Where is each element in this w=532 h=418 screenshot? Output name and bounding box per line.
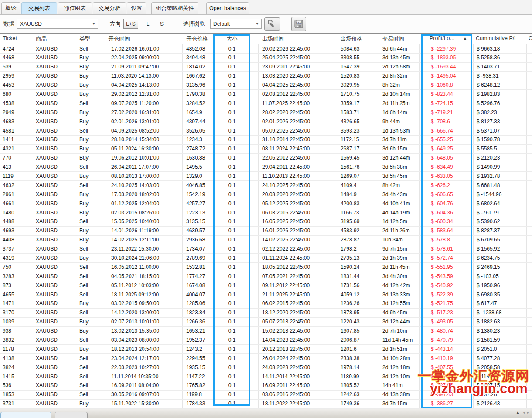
cell-ticket: 3824 <box>3 364 14 370</box>
cell-ticket: 750 <box>3 264 11 270</box>
cell-duration: 3d 6h 15m <box>382 146 407 152</box>
tab-trade-list[interactable]: 交易列表 <box>21 2 57 14</box>
cell-close-price: 1166.73 <box>341 210 359 216</box>
cell-ticket: 3170 <box>3 309 14 316</box>
cell-close-time: 06.02.2015 22:45:00 <box>262 300 310 306</box>
cell-cumulative: $ 1581.59 <box>477 337 500 343</box>
toolbar: 数据 XAUUSD ▼ 方向 L+S L S 选择浏览 Default ▼ <box>0 15 532 34</box>
column-header-symbol[interactable]: 商品 <box>36 35 47 43</box>
column-header-trade-time[interactable]: 交易时间 <box>382 35 404 43</box>
cell-symbol: XAUUSD <box>36 119 58 125</box>
symbol-select-value: XAUUSD <box>20 21 42 27</box>
cell-close-time: 26.04.2024 22:45:00 <box>262 355 310 361</box>
view-select[interactable]: Default ▼ <box>210 19 262 29</box>
cell-type: Sell <box>79 264 88 270</box>
cell-open-price: 4852.08 <box>186 46 205 52</box>
cell-close-time: 31.10.2014 22:45:00 <box>262 136 310 143</box>
cell-type: Sell <box>79 46 88 52</box>
cell-close-price: 1583.71 <box>341 109 359 116</box>
cell-close-time: 05.09.2025 22:45:00 <box>262 128 310 134</box>
direction-option-ls[interactable]: L+S <box>123 19 138 29</box>
tab-overview[interactable]: 概论 <box>1 2 20 14</box>
bottom-left-button-partial[interactable] <box>0 412 51 418</box>
cell-close-price: 1878.95 <box>341 309 359 316</box>
tab-trade-analysis[interactable]: 交易分析 <box>93 2 126 14</box>
cell-ticket: 4661 <box>3 201 14 207</box>
cell-close-price: 4326.65 <box>341 119 359 125</box>
settings-wrench-button[interactable] <box>264 17 280 31</box>
cell-symbol: XAUUSD <box>36 391 58 398</box>
cell-open-time: 13.02.2013 15:35:00 <box>111 328 159 334</box>
cell-ticket: 1178 <box>3 346 14 352</box>
cell-open-price: 1542.19 <box>186 191 205 197</box>
cell-ticket: 413 <box>3 164 11 170</box>
tab-open-balances[interactable]: Open balances <box>206 2 249 14</box>
column-header-close-price[interactable]: 出场价格 <box>341 35 362 43</box>
column-header-open-price[interactable]: 开仓价格 <box>186 35 208 43</box>
cell-duration: 3d 4h 30m <box>382 273 407 279</box>
cell-ticket: 4468 <box>3 54 14 61</box>
cell-duration: 2d 8h 32m <box>382 73 407 79</box>
cell-type: Buy <box>79 319 89 325</box>
cell-symbol: XAUUSD <box>36 82 58 88</box>
cell-duration: 4d 9h 45m <box>382 309 407 316</box>
cell-close-price: 4109.4 <box>341 182 357 188</box>
cell-cumulative: $ 617.47 <box>477 300 497 306</box>
cell-open-time: 17.03.2020 18:02:00 <box>111 191 159 197</box>
cell-type: Buy <box>79 191 89 197</box>
cell-open-time: 02.07.2013 10:01:00 <box>111 319 159 325</box>
tab-equity-chart[interactable]: 净值图表 <box>58 2 92 14</box>
cell-duration: 8h 32m <box>382 82 400 88</box>
tab-portfolio-correlation[interactable]: 组合策略相关性 <box>151 2 198 14</box>
cell-duration: 3d 13h 33m <box>382 292 410 298</box>
tab-settings[interactable]: 设置 <box>127 2 146 14</box>
cell-symbol: XAUUSD <box>36 164 58 170</box>
cell-cumulative: $ 1403.71 <box>477 64 500 70</box>
cell-ticket: 4632 <box>3 182 14 188</box>
cell-close-time: 22.06.2012 22:45:00 <box>262 155 310 161</box>
cell-open-price: 4046.85 <box>186 182 205 188</box>
cell-close-price: 1201.6 <box>341 346 357 352</box>
column-header-ticket[interactable]: Ticket <box>3 35 17 41</box>
cell-close-time: 20.03.2020 22:45:00 <box>262 191 310 197</box>
column-header-next-clipped[interactable]: C <box>529 35 532 41</box>
cell-close-time: 01.11.2024 22:45:00 <box>262 255 310 261</box>
export-csv-button[interactable]: CSV <box>291 17 306 31</box>
column-header-type[interactable]: 类型 <box>79 35 90 43</box>
cell-duration: 9d 7h 15m <box>382 246 407 252</box>
symbol-select[interactable]: XAUUSD ▼ <box>17 19 98 29</box>
cell-cumulative: $ -1544.96 <box>477 191 501 197</box>
cell-duration: 4d 12h 42m <box>382 282 410 289</box>
cell-open-time: 17.02.2026 16:01:00 <box>111 46 159 52</box>
cell-close-time: 29.04.2011 22:45:00 <box>262 164 310 170</box>
cell-type: Buy <box>79 136 89 143</box>
column-header-close-time[interactable]: 出场时间 <box>262 35 284 43</box>
cell-close-time: 03.06.2016 22:45:00 <box>262 391 310 398</box>
cell-duration: 2d 11h 26m <box>382 228 410 234</box>
cell-type: Sell <box>79 355 88 361</box>
scroll-top-icon[interactable]: ▲ <box>516 410 520 415</box>
cell-symbol: XAUUSD <box>36 128 58 134</box>
cell-open-time: 18.11.2025 09:12:00 <box>111 292 159 298</box>
cell-symbol: XAUUSD <box>36 191 58 197</box>
cell-symbol: XAUUSD <box>36 155 58 161</box>
bottom-second-button-partial[interactable] <box>55 412 88 418</box>
direction-option-l[interactable]: L <box>143 19 153 29</box>
column-header-open-time[interactable]: 开仓时间 <box>108 35 130 43</box>
cell-type: Buy <box>79 237 89 243</box>
cell-ticket: 1480 <box>3 210 14 216</box>
cell-duration: 2d 7h 10m <box>382 328 407 334</box>
cell-close-time: 02.03.2012 22:45:00 <box>262 91 310 97</box>
cell-duration: 8h 42m <box>382 182 400 188</box>
cell-type: Sell <box>79 374 88 380</box>
cell-cumulative: $ 5585.5 <box>477 146 497 152</box>
direction-option-s[interactable]: S <box>157 19 167 29</box>
cell-type: Sell <box>79 100 88 106</box>
cell-open-time: 18.12.2013 20:54:00 <box>111 346 159 352</box>
cell-ticket: 1415 <box>3 374 14 380</box>
toolbar-divider <box>178 17 178 31</box>
cell-close-time: 16.05.2025 22:45:00 <box>262 218 310 224</box>
column-header-cumulative[interactable]: Cummulative P/L <box>476 35 517 41</box>
cell-ticket: 4408 <box>3 237 14 243</box>
cell-symbol: XAUUSD <box>36 319 58 325</box>
